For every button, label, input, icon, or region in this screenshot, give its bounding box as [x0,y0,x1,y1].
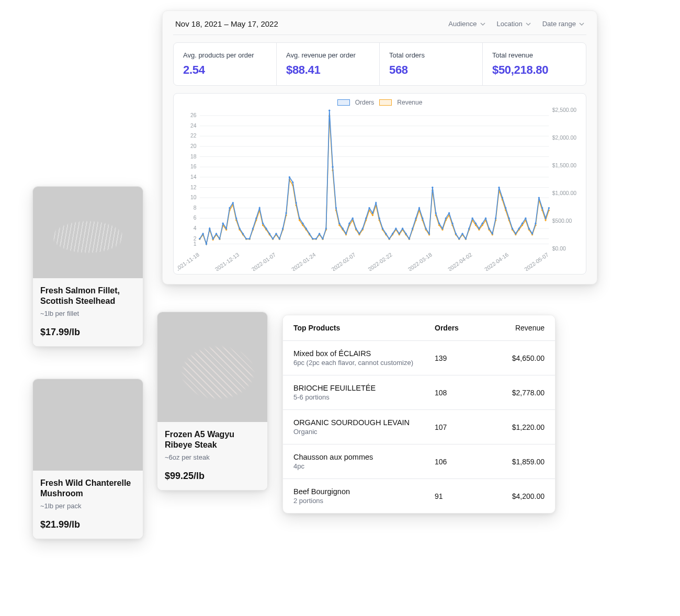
svg-point-200 [365,218,367,219]
revenue-value: $2,778.00 [482,389,545,397]
svg-point-150 [199,238,200,239]
svg-point-217 [422,218,423,219]
svg-point-188 [325,227,327,229]
product-card-salmon[interactable]: Fresh Salmon Fillet, Scottish Steelhead … [32,186,143,347]
dashboard-header: Nov 18, 2021 – May 17, 2022 Audience Loc… [173,11,586,35]
svg-point-210 [399,233,400,234]
svg-point-232 [471,218,473,219]
svg-point-205 [382,227,383,229]
top-products-header: Top Products Orders Revenue [283,315,555,341]
svg-point-183 [309,233,310,234]
svg-text:$2,000.00: $2,000.00 [552,135,577,141]
svg-point-250 [531,233,533,234]
product-name: Chausson aux pommes [293,453,435,461]
svg-point-155 [216,233,217,234]
svg-point-162 [239,227,240,229]
svg-point-223 [441,227,443,229]
svg-point-243 [508,218,509,219]
svg-point-244 [512,227,513,229]
chevron-down-icon [579,21,584,27]
svg-point-203 [375,202,377,203]
svg-point-177 [289,176,290,178]
stat-card-avg-products: Avg. products per order 2.54 [174,43,277,85]
svg-point-152 [206,243,207,245]
table-row[interactable]: ORGANIC SOURDOUGH LEVAINOrganic107$1,220… [283,410,555,444]
stat-value: 568 [389,63,473,77]
revenue-value: $4,200.00 [482,492,545,500]
svg-point-218 [425,227,426,229]
table-row[interactable]: Chausson aux pommes4pc106$1,859.00 [283,444,555,479]
svg-point-209 [395,227,396,229]
filter-location-label: Location [497,20,523,28]
svg-point-186 [319,233,320,234]
legend-label-revenue: Revenue [397,99,422,106]
product-title: Fresh Wild Chanterelle Mushroom [40,478,135,499]
product-image [33,187,143,278]
svg-text:4: 4 [194,225,197,231]
svg-point-153 [209,227,210,229]
date-range-label: Nov 18, 2021 – May 17, 2022 [175,19,278,28]
top-products-panel: Top Products Orders Revenue Mixed box of… [282,315,556,514]
filter-date-range[interactable]: Date range [542,20,584,28]
product-name: Beef Bourgignon [293,487,435,496]
product-name: BRIOCHE FEUILLETÉE [293,384,435,392]
svg-point-249 [528,227,530,229]
svg-text:2: 2 [194,236,197,242]
filter-audience[interactable]: Audience [448,20,485,28]
svg-point-161 [235,218,237,219]
legend-swatch-revenue [379,99,392,106]
svg-point-241 [502,197,503,198]
orders-value: 106 [435,458,482,466]
svg-text:18: 18 [190,154,197,159]
svg-point-196 [352,218,354,219]
legend-label-orders: Orders [355,99,375,106]
svg-text:2022-02-22: 2022-02-22 [367,252,393,271]
svg-point-181 [302,223,303,224]
filter-date-range-label: Date range [542,20,576,28]
svg-point-242 [505,207,506,209]
product-price: $21.99/lb [40,519,135,530]
product-subtitle: ~6oz per steak [165,453,260,461]
chevron-down-icon [526,21,531,27]
table-row[interactable]: BRIOCHE FEUILLETÉE5-6 portions108$2,778.… [283,375,555,410]
svg-text:8: 8 [194,205,197,211]
line-chart: 12468101214161820222426$0.00$500.00$1,00… [178,107,582,271]
stat-label: Avg. products per order [183,51,267,59]
svg-text:2022-03-18: 2022-03-18 [407,252,433,271]
svg-point-176 [285,212,287,214]
legend-swatch-orders [337,99,350,106]
product-card-body: Fresh Wild Chanterelle Mushroom ~1lb per… [33,471,143,539]
svg-point-206 [385,233,387,234]
product-card-wagyu[interactable]: Frozen A5 Wagyu Ribeye Steak ~6oz per st… [157,312,268,490]
svg-point-178 [292,181,293,183]
table-row[interactable]: Beef Bourgignon2 portions91$4,200.00 [283,479,555,513]
svg-text:$0.00: $0.00 [552,246,566,252]
stat-card-total-orders: Total orders 568 [380,43,483,85]
svg-text:2022-05-07: 2022-05-07 [524,252,550,271]
svg-text:14: 14 [190,174,197,180]
svg-point-253 [541,207,543,209]
svg-point-194 [345,233,347,234]
revenue-value: $4,650.00 [482,354,545,362]
column-header-orders: Orders [435,324,482,332]
product-name: Mixed box of ÉCLAIRS [293,349,435,358]
svg-point-180 [299,218,300,219]
orders-value: 139 [435,354,482,362]
svg-text:$2,500.00: $2,500.00 [552,107,577,113]
product-card-chanterelle[interactable]: Fresh Wild Chanterelle Mushroom ~1lb per… [32,379,143,539]
svg-text:2021-12-13: 2021-12-13 [214,252,240,271]
product-subtitle: 4pc [293,462,435,470]
svg-point-231 [468,227,470,229]
chart-legend: Orders Revenue [178,99,582,106]
svg-point-227 [455,233,457,234]
svg-point-198 [358,233,360,234]
product-price: $99.25/lb [165,471,260,482]
svg-point-228 [458,238,460,239]
svg-text:2022-02-07: 2022-02-07 [331,252,357,271]
filter-location[interactable]: Location [497,20,531,28]
stat-label: Total revenue [492,51,576,59]
orders-value: 108 [435,389,482,397]
product-subtitle: 6pc (2pc each flavor, cannot customize) [293,359,435,367]
table-row[interactable]: Mixed box of ÉCLAIRS6pc (2pc each flavor… [283,341,555,375]
svg-point-208 [392,233,393,234]
